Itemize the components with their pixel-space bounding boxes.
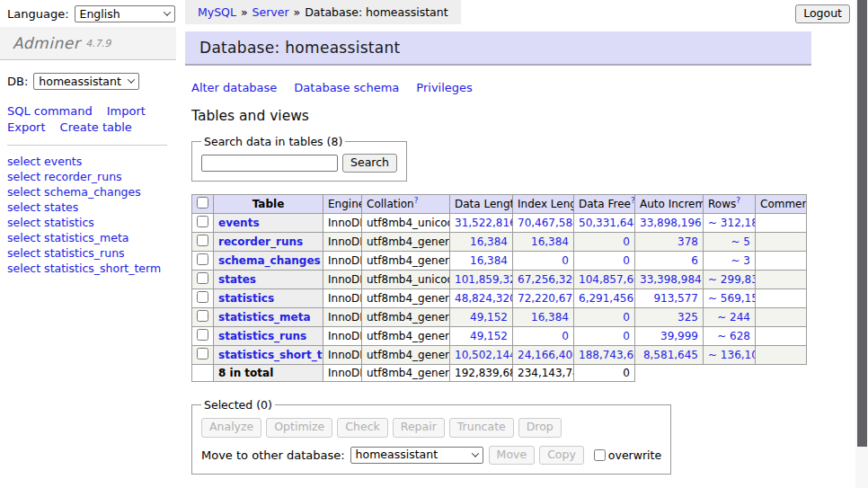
table-link-statistics[interactable]: statistics [218,292,274,305]
language-select[interactable]: English [75,5,175,22]
sidebar-select-states[interactable]: select states [7,200,176,215]
rows-cell[interactable]: ~ 569,159 [704,289,756,308]
sidebar-select-statistics-meta[interactable]: select statistics_meta [7,231,176,245]
table-link-schema-changes[interactable]: schema_changes [218,254,321,267]
sidebar-select-statistics[interactable]: select statistics [7,216,176,230]
data-length-cell[interactable]: 31,522,816 [450,214,513,233]
drop-button[interactable]: Drop [518,418,562,437]
table-link-recorder-runs[interactable]: recorder_runs [218,235,303,248]
sidebar-action-create-table[interactable]: Create table [60,120,132,134]
auto-increment-cell[interactable]: 6 [635,252,704,271]
data-free-cell[interactable]: 0 [574,308,635,327]
row-checkbox[interactable] [197,253,208,265]
db-link-database-schema[interactable]: Database schema [294,81,399,94]
auto-increment-cell[interactable]: 33,398,984 [635,271,704,289]
data-free-cell[interactable]: 188,743,680 [574,346,635,365]
sidebar-select-events[interactable]: select events [7,155,176,169]
data-free-cell[interactable]: 0 [574,252,635,271]
db-link-alter-database[interactable]: Alter database [191,81,277,94]
data-free-cell[interactable]: 104,857,600 [574,271,635,289]
sidebar-select-schema-changes[interactable]: select schema_changes [7,185,176,200]
data-length-cell[interactable]: 16,384 [450,233,513,252]
overwrite-checkbox[interactable] [594,449,606,461]
row-checkbox[interactable] [197,291,208,303]
table-link-statistics-short-term[interactable]: statistics_short_term [218,349,323,361]
row-checkbox[interactable] [197,329,208,341]
repair-button[interactable]: Repair [393,418,445,437]
index-length-cell[interactable]: 67,256,320 [513,271,574,289]
auto-increment-cell[interactable]: 8,581,645 [635,346,704,365]
scrollbar-thumb[interactable] [857,0,867,447]
search-button[interactable]: Search [342,154,397,173]
data-length-cell[interactable]: 49,152 [450,308,513,327]
index-length-cell[interactable]: 24,166,400 [513,346,574,365]
comment-cell [756,214,807,233]
search-input[interactable] [201,155,338,172]
rows-cell[interactable]: ~ 628 [704,327,756,346]
sidebar-select-statistics-runs[interactable]: select statistics_runs [7,246,176,261]
rows-cell[interactable]: ~ 3 [704,252,756,271]
data-length-cell[interactable]: 16,384 [450,252,513,271]
rows-cell[interactable]: ~ 312,180 [704,214,756,233]
auto-increment-cell[interactable]: 913,577 [635,289,704,308]
move-database-select[interactable]: homeassistant [350,447,483,464]
row-checkbox[interactable] [197,310,208,322]
engine-cell: InnoDB [323,214,362,233]
logout-button[interactable]: Logout [795,4,850,23]
row-checkbox[interactable] [197,235,208,246]
data-length-cell[interactable]: 48,824,320 [450,289,513,308]
row-checkbox[interactable] [197,348,208,359]
table-link-states[interactable]: states [218,273,256,286]
rows-cell[interactable]: ~ 244 [704,308,756,327]
index-length-cell[interactable]: 72,220,672 [513,289,574,308]
sidebar-action-export[interactable]: Export [7,120,46,134]
auto-increment-cell[interactable]: 325 [635,308,704,327]
data-free-cell[interactable]: 0 [574,233,635,252]
sidebar-select-statistics-short-term[interactable]: select statistics_short_term [7,262,176,276]
sidebar-action-sql-command[interactable]: SQL command [7,104,93,118]
rows-cell[interactable]: ~ 136,108 [704,346,756,365]
breadcrumb-link-mysql[interactable]: MySQL [198,5,236,19]
help-link[interactable]: ? [736,196,740,205]
sidebar-select-recorder-runs[interactable]: select recorder_runs [7,170,176,184]
select-all-checkbox[interactable] [197,197,208,209]
analyze-button[interactable]: Analyze [201,418,261,437]
auto-increment-cell[interactable]: 378 [635,233,704,252]
index-length-cell[interactable]: 70,467,584 [513,214,574,233]
truncate-button[interactable]: Truncate [449,418,514,437]
row-checkbox[interactable] [197,272,208,284]
adminer-logo[interactable]: Adminer [13,34,80,52]
data-free-cell[interactable]: 0 [574,327,635,346]
copy-button[interactable]: Copy [539,446,584,465]
table-link-statistics-runs[interactable]: statistics_runs [218,330,306,342]
row-checkbox[interactable] [197,216,208,227]
auto-increment-cell[interactable]: 39,999 [635,327,704,346]
vertical-scrollbar[interactable] [855,0,868,488]
index-length-cell[interactable]: 16,384 [513,308,574,327]
help-link[interactable]: ? [631,196,635,205]
check-button[interactable]: Check [337,418,387,437]
index-length-cell[interactable]: 16,384 [513,233,574,252]
move-button[interactable]: Move [489,446,536,465]
data-free-cell[interactable]: 6,291,456 [574,289,635,308]
help-link[interactable]: ? [414,196,419,205]
sidebar-action-import[interactable]: Import [107,104,146,118]
rows-cell[interactable]: ~ 299,833 [704,271,756,289]
index-length-cell[interactable]: 0 [513,327,574,346]
breadcrumb-link-server[interactable]: Server [252,5,289,19]
table-link-statistics-meta[interactable]: statistics_meta [218,311,311,324]
auto-increment-cell[interactable]: 33,898,196 [635,214,704,233]
data-length-cell[interactable]: 49,152 [450,327,513,346]
total-row: 8 in totalInnoDButf8mb4_general_ci192,83… [192,365,807,382]
total-collation-cell: utf8mb4_general_ci [362,365,450,382]
db-link-privileges[interactable]: Privileges [416,81,473,94]
rows-cell[interactable]: ~ 5 [704,233,756,252]
optimize-button[interactable]: Optimize [266,418,332,437]
data-length-cell[interactable]: 101,859,328 [450,271,513,289]
comment-cell [756,308,807,327]
index-length-cell[interactable]: 0 [513,252,574,271]
data-length-cell[interactable]: 10,502,144 [450,346,513,365]
data-free-cell[interactable]: 50,331,648 [574,214,635,233]
table-link-events[interactable]: events [218,217,260,229]
db-select[interactable]: homeassistant [33,73,139,90]
